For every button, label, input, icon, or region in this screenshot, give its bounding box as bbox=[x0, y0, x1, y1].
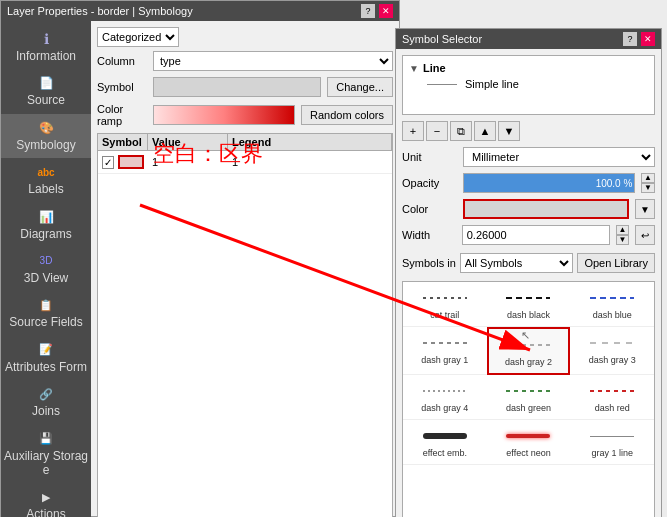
color-ramp-label: Color ramp bbox=[97, 103, 147, 127]
width-down-btn[interactable]: ▼ bbox=[616, 235, 630, 245]
left-title-bar: Layer Properties - border | Symbology ? … bbox=[1, 1, 399, 21]
right-close-btn[interactable]: ✕ bbox=[641, 32, 655, 46]
tree-item-line[interactable]: ▼ Line bbox=[407, 60, 650, 76]
attributesform-icon: 📝 bbox=[36, 342, 56, 358]
value-cell-1: 1 bbox=[148, 154, 228, 170]
symbol-cell-dash-green[interactable]: dash green bbox=[487, 375, 571, 420]
3dview-icon: 3D bbox=[36, 253, 56, 269]
color-dropdown-btn[interactable]: ▼ bbox=[635, 199, 655, 219]
sidebar-item-source[interactable]: 📄 Source bbox=[1, 69, 91, 113]
symbol-cell-dash-red[interactable]: dash red bbox=[570, 375, 654, 420]
sidebar-item-symbology[interactable]: 🎨 Symbology bbox=[1, 114, 91, 158]
dash-red-preview bbox=[587, 381, 637, 401]
symbol-cell-effect-emb[interactable]: effect emb. bbox=[403, 420, 487, 465]
right-window-controls: ? ✕ bbox=[623, 32, 655, 46]
symbol-cell-dash-gray2[interactable]: ↖ dash gray 2 bbox=[487, 327, 571, 375]
unit-dropdown[interactable]: Millimeter bbox=[463, 147, 655, 167]
symbol-row: Symbol Change... bbox=[97, 77, 393, 97]
information-icon: ℹ bbox=[36, 31, 56, 47]
dash-green-preview bbox=[503, 381, 553, 401]
symbol-cell-cat-trail[interactable]: cat trail bbox=[403, 282, 487, 327]
effect-emb-preview bbox=[420, 426, 470, 446]
sidebar-item-attributesform[interactable]: 📝 Attributes Form bbox=[1, 336, 91, 380]
actions-icon: ▶ bbox=[36, 489, 56, 505]
sidebar-item-information[interactable]: ℹ Information bbox=[1, 25, 91, 69]
gray1-line-name: gray 1 line bbox=[591, 448, 633, 458]
sidebar-label-auxiliarystorage: Auxiliary Storage bbox=[3, 449, 89, 478]
symbol-selector-content: ▼ Line Simple line + − ⧉ ▲ ▼ Unit bbox=[396, 49, 661, 517]
column-dropdown[interactable]: type bbox=[153, 51, 393, 71]
remove-layer-btn[interactable]: − bbox=[426, 121, 448, 141]
sidebar-item-actions[interactable]: ▶ Actions bbox=[1, 483, 91, 517]
dash-gray4-preview bbox=[420, 381, 470, 401]
width-up-btn[interactable]: ▲ bbox=[616, 225, 630, 235]
sidebar-label-3dview: 3D View bbox=[24, 271, 68, 285]
diagrams-icon: 📊 bbox=[36, 209, 56, 225]
symbol-cell-dash-gray3[interactable]: dash gray 3 bbox=[570, 327, 654, 375]
symbol-cell-dash-gray4[interactable]: dash gray 4 bbox=[403, 375, 487, 420]
symbology-mode-dropdown[interactable]: Categorized bbox=[97, 27, 179, 47]
right-help-btn[interactable]: ? bbox=[623, 32, 637, 46]
dash-gray3-name: dash gray 3 bbox=[589, 355, 636, 365]
sidebar-item-diagrams[interactable]: 📊 Diagrams bbox=[1, 203, 91, 247]
symbols-dropdown[interactable]: All Symbols bbox=[460, 253, 574, 273]
sidebar-item-labels[interactable]: abc Labels bbox=[1, 158, 91, 202]
header-legend: Legend bbox=[228, 134, 392, 150]
sidebar-item-joins[interactable]: 🔗 Joins bbox=[1, 380, 91, 424]
open-library-btn[interactable]: Open Library bbox=[577, 253, 655, 273]
opacity-slider[interactable]: 100.0 % bbox=[463, 173, 635, 193]
sidebar-label-sourcefields: Source Fields bbox=[9, 315, 82, 329]
left-minimize-btn[interactable]: ? bbox=[361, 4, 375, 18]
width-input[interactable] bbox=[462, 225, 610, 245]
color-picker[interactable] bbox=[463, 199, 629, 219]
sidebar-label-source: Source bbox=[27, 93, 65, 107]
simple-line-preview bbox=[427, 84, 457, 85]
tree-label-simpleline: Simple line bbox=[465, 78, 519, 90]
color-row: Color ▼ bbox=[402, 199, 655, 219]
random-colors-btn[interactable]: Random colors bbox=[301, 105, 393, 125]
change-symbol-btn[interactable]: Change... bbox=[327, 77, 393, 97]
joins-icon: 🔗 bbox=[36, 386, 56, 402]
symbol-cell-dash-gray1[interactable]: dash gray 1 bbox=[403, 327, 487, 375]
opacity-value: 100.0 % bbox=[594, 174, 634, 192]
sidebar: ℹ Information 📄 Source 🎨 Symbology abc L… bbox=[1, 21, 91, 517]
symbol-cell-effect-neon[interactable]: effect neon bbox=[487, 420, 571, 465]
sourcefields-icon: 📋 bbox=[36, 297, 56, 313]
symbology-icon: 🎨 bbox=[36, 120, 56, 136]
symbol-cell-dash-black[interactable]: dash black bbox=[487, 282, 571, 327]
symbol-checkbox-1[interactable] bbox=[102, 156, 114, 169]
duplicate-layer-btn[interactable]: ⧉ bbox=[450, 121, 472, 141]
line-tree: ▼ Line Simple line bbox=[402, 55, 655, 115]
dash-black-name: dash black bbox=[507, 310, 550, 320]
opacity-up-btn[interactable]: ▲ bbox=[641, 173, 655, 183]
dash-gray4-name: dash gray 4 bbox=[421, 403, 468, 413]
sidebar-item-sourcefields[interactable]: 📋 Source Fields bbox=[1, 291, 91, 335]
move-up-btn[interactable]: ▲ bbox=[474, 121, 496, 141]
symbol-cell-gray1-line[interactable]: gray 1 line bbox=[570, 420, 654, 465]
legend-cell-1: 1 bbox=[228, 154, 392, 170]
symbol-table: Symbol Value Legend 1 1 空白：区界 bbox=[97, 133, 393, 517]
sidebar-item-3dview[interactable]: 3D 3D View bbox=[1, 247, 91, 291]
gray1-line-preview bbox=[587, 426, 637, 446]
reset-width-btn[interactable]: ↩ bbox=[635, 225, 655, 245]
move-down-btn[interactable]: ▼ bbox=[498, 121, 520, 141]
color-ramp-row: Color ramp Random colors bbox=[97, 103, 393, 127]
width-spinners: ▲ ▼ bbox=[616, 225, 630, 245]
left-close-btn[interactable]: ✕ bbox=[379, 4, 393, 18]
color-label: Color bbox=[402, 203, 457, 215]
symbol-row-1[interactable]: 1 1 bbox=[98, 151, 392, 174]
add-layer-btn[interactable]: + bbox=[402, 121, 424, 141]
dash-gray1-name: dash gray 1 bbox=[421, 355, 468, 365]
sidebar-item-auxiliarystorage[interactable]: 💾 Auxiliary Storage bbox=[1, 425, 91, 484]
symbol-toolbar: + − ⧉ ▲ ▼ bbox=[402, 119, 655, 143]
tree-label-line: Line bbox=[423, 62, 446, 74]
symbol-label: Symbol bbox=[97, 81, 147, 93]
left-window-controls: ? ✕ bbox=[361, 4, 393, 18]
symbol-preview bbox=[153, 77, 321, 97]
auxiliarystorage-icon: 💾 bbox=[36, 431, 56, 447]
opacity-down-btn[interactable]: ▼ bbox=[641, 183, 655, 193]
symbol-cell-dash-blue[interactable]: dash blue bbox=[570, 282, 654, 327]
right-title-bar: Symbol Selector ? ✕ bbox=[396, 29, 661, 49]
opacity-row: Opacity 100.0 % ▲ ▼ bbox=[402, 173, 655, 193]
tree-item-simpleline[interactable]: Simple line bbox=[407, 76, 650, 92]
